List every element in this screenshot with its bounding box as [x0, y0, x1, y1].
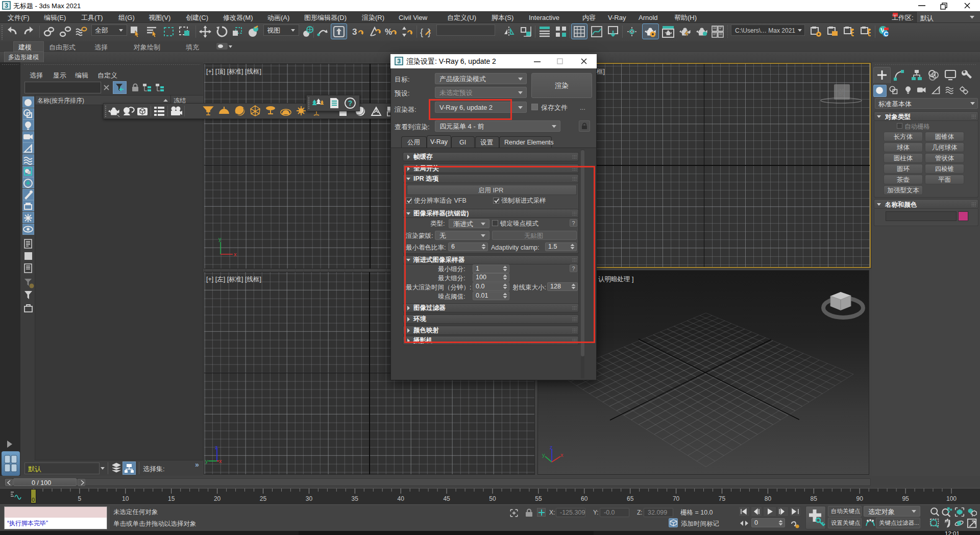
- svg-text:z: z: [215, 444, 218, 450]
- svg-text:y: y: [542, 452, 545, 458]
- svg-text:?: ?: [348, 99, 353, 107]
- svg-text:60: 60: [581, 495, 588, 502]
- svg-text:40: 40: [398, 495, 405, 502]
- svg-text:45: 45: [443, 495, 450, 502]
- svg-text:y: y: [205, 458, 208, 464]
- svg-text:95: 95: [902, 495, 909, 502]
- svg-text:}: }: [428, 27, 431, 37]
- svg-text:75: 75: [719, 495, 726, 502]
- svg-text:20: 20: [214, 495, 221, 502]
- svg-text:55: 55: [535, 495, 542, 502]
- svg-text:80: 80: [765, 495, 772, 502]
- svg-text:{: {: [420, 27, 423, 37]
- svg-text:90: 90: [856, 495, 864, 502]
- svg-text:5: 5: [78, 495, 82, 502]
- svg-text:y: y: [218, 236, 222, 242]
- svg-text:3: 3: [352, 27, 357, 37]
- svg-text:x: x: [234, 251, 237, 257]
- svg-text:%: %: [385, 28, 392, 36]
- svg-text:85: 85: [811, 495, 818, 502]
- svg-text:15: 15: [168, 495, 175, 502]
- svg-text:25: 25: [260, 495, 267, 502]
- svg-text:3: 3: [5, 2, 8, 9]
- svg-text:35: 35: [352, 495, 359, 502]
- svg-text:50: 50: [489, 495, 496, 502]
- svg-text:65: 65: [627, 495, 634, 502]
- svg-text:前: 前: [838, 88, 846, 96]
- svg-text:C: C: [884, 31, 889, 38]
- svg-text:30: 30: [306, 495, 313, 502]
- svg-text:3: 3: [397, 58, 401, 65]
- svg-text:10: 10: [122, 495, 129, 502]
- svg-text:x: x: [560, 452, 564, 458]
- svg-text:z: z: [550, 444, 553, 450]
- svg-text:100: 100: [946, 495, 957, 502]
- svg-text:70: 70: [673, 495, 680, 502]
- svg-text:x: x: [219, 458, 222, 464]
